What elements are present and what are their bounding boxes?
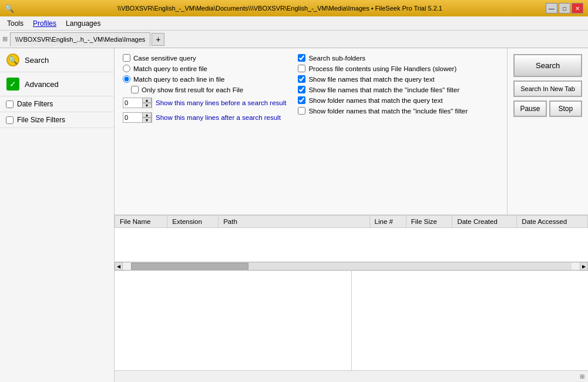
col-datecreated: Date Created [452,216,517,228]
case-sensitive-label: Case sensitive query [133,55,196,62]
tab-label: \\VBOXSVR\English_..h_-_VM\Media\Images [15,36,145,43]
lines-after-up[interactable]: ▲ [142,112,152,118]
close-button[interactable]: ✕ [572,3,583,14]
col-dateaccessed: Date Accessed [517,216,588,228]
date-filters-toggle[interactable]: Date Filters [0,96,114,112]
horizontal-scrollbar[interactable]: ◀ ▶ [115,262,588,270]
search-subfolders-label: Search sub-folders [308,55,365,62]
search-icon: 🔍 [6,53,19,66]
spinner2-row: ▲ ▼ Show this many lines after a search … [123,112,286,123]
search-subfolders-checkbox[interactable] [298,54,305,62]
search-new-tab-button[interactable]: Search In New Tab [513,81,582,97]
first-result-checkbox[interactable] [131,86,139,93]
col-path: Path [219,216,369,228]
option-match-entire: Match query to entire file [123,65,286,72]
file-size-label: File Size Filters [17,116,65,124]
match-entire-label: Match query to entire file [133,65,207,72]
search-button[interactable]: 🔍 Search [0,48,114,72]
match-line-label: Match query to each line in file [133,76,224,83]
left-panel: 🔍 Search ✓ Advanced Date Filters File Si… [0,48,115,382]
add-tab-button[interactable]: + [152,33,164,46]
menu-profiles[interactable]: Profiles [28,18,61,29]
tab-bar: ⊞ \\VBOXSVR\English_..h_-_VM\Media\Image… [0,31,588,48]
advanced-icon: ✓ [6,78,19,91]
options-panel: Case sensitive query Match query to enti… [115,48,507,215]
stop-button[interactable]: Stop [549,100,582,117]
status-bar: ⊞ [115,370,588,382]
option-show-folders-query: Show folder names that match the query t… [298,96,468,104]
show-names-query-checkbox[interactable] [298,75,305,83]
col-lineno: Line # [369,216,406,228]
lines-before-input[interactable] [123,98,142,108]
lines-before-down[interactable]: ▼ [142,103,152,108]
show-folders-query-label: Show folder names that match the query t… [308,97,442,104]
menu-bar: Tools Profiles Languages [0,16,588,31]
lines-after-input[interactable] [123,113,142,122]
show-names-query-label: Show file names that match the query tex… [308,76,434,83]
bottom-left-panel [115,271,352,370]
spinner1-row: ▲ ▼ Show this many lines before a search… [123,98,286,108]
option-show-names-include: Show file names that match the "include … [298,86,468,93]
show-names-include-label: Show file names that match the "include … [308,86,459,93]
show-folders-include-checkbox[interactable] [298,107,305,115]
bottom-right-panel [352,271,589,370]
option-first-result: Only show first result for each File [131,86,286,93]
file-size-checkbox[interactable] [6,116,14,124]
file-size-filters-toggle[interactable]: File Size Filters [0,112,114,128]
col-filesize: File Size [406,216,452,228]
show-names-include-checkbox[interactable] [298,86,305,93]
lines-before-link[interactable]: Show this many lines before a search res… [156,99,286,106]
menu-tools[interactable]: Tools [2,18,28,29]
title-bar: 🔍 \\VBOXSVR\English_-_VM\Media\Documents… [0,0,588,16]
action-panel: Search Search In New Tab Pause Stop [507,48,588,215]
lines-after-link[interactable]: Show this many lines after a search resu… [156,114,281,121]
advanced-button[interactable]: ✓ Advanced [0,72,114,96]
bottom-panels [115,270,588,370]
option-show-names-query: Show file names that match the query tex… [298,75,468,83]
process-handlers-checkbox[interactable] [298,65,305,72]
search-action-button[interactable]: Search [513,54,582,77]
show-folders-query-checkbox[interactable] [298,96,305,104]
case-sensitive-checkbox[interactable] [123,54,130,62]
show-folders-include-label: Show folder names that match the "includ… [308,108,468,115]
col-extension: Extension [167,216,219,228]
options-left-col: Case sensitive query Match query to enti… [123,54,286,209]
maximize-button[interactable]: □ [559,3,570,14]
date-filters-label: Date Filters [17,100,53,108]
resize-handle[interactable]: ⊞ [580,373,584,380]
first-result-label: Only show first result for each File [142,86,243,93]
date-filters-checkbox[interactable] [6,100,14,108]
tab-icon: ⊞ [2,35,8,43]
minimize-button[interactable]: — [546,3,557,14]
app-icon: 🔍 [5,4,14,13]
scroll-right-arrow[interactable]: ▶ [580,262,588,270]
lines-after-down[interactable]: ▼ [142,118,152,123]
lines-before-up[interactable]: ▲ [142,98,152,103]
process-handlers-label: Process file contents using File Handler… [308,65,456,72]
option-process-handlers: Process file contents using File Handler… [298,65,468,72]
results-table-container[interactable]: File Name Extension Path Line # File Siz… [115,215,588,262]
option-case-sensitive: Case sensitive query [123,54,286,62]
col-filename: File Name [115,216,167,228]
current-tab[interactable]: \\VBOXSVR\English_..h_-_VM\Media\Images [10,32,150,46]
scrollbar-thumb[interactable] [131,263,248,270]
match-line-radio[interactable] [123,75,130,83]
pause-button[interactable]: Pause [513,100,546,117]
menu-languages[interactable]: Languages [61,18,105,29]
option-show-folders-include: Show folder names that match the "includ… [298,107,468,115]
advanced-label: Advanced [25,80,59,89]
match-entire-radio[interactable] [123,65,130,72]
scroll-left-arrow[interactable]: ◀ [115,262,123,270]
option-match-line: Match query to each line in file [123,75,286,83]
options-right-col: Search sub-folders Process file contents… [298,54,468,209]
search-label: Search [25,56,49,65]
option-search-subfolders: Search sub-folders [298,54,468,62]
title-text: \\VBOXSVR\English_-_VM\Media\Documents\\… [14,5,546,12]
